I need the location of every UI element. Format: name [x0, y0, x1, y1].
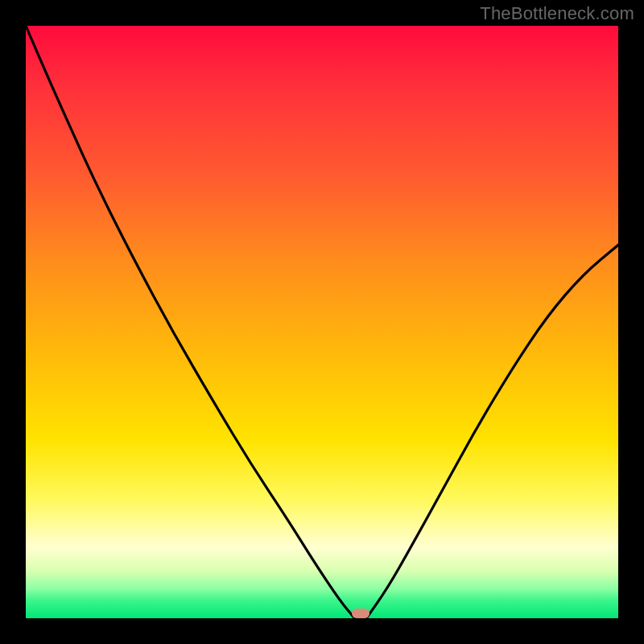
minimum-marker — [352, 609, 369, 618]
watermark-text: TheBottleneck.com — [480, 3, 634, 24]
curve-svg — [26, 26, 618, 618]
chart-frame: TheBottleneck.com — [0, 0, 644, 644]
plot-area — [26, 26, 618, 618]
bottleneck-curve — [26, 26, 618, 618]
